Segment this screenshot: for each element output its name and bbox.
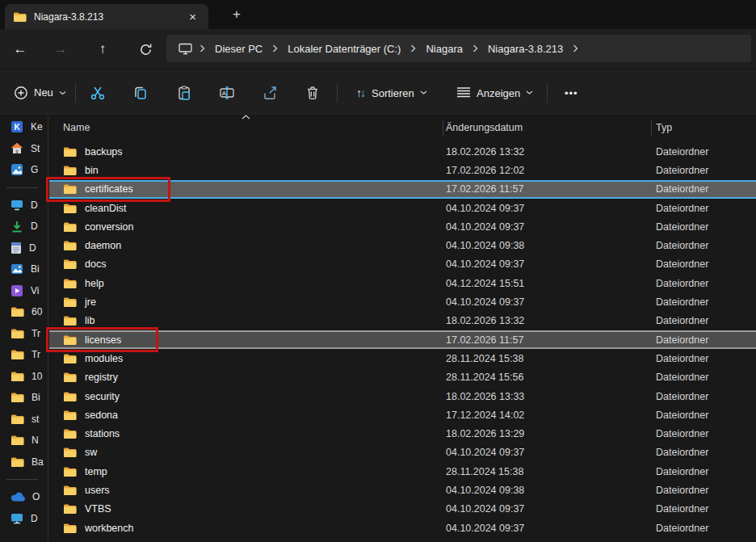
forward-button[interactable]: → [47,36,74,63]
file-row[interactable]: certificates 17.02.2026 11:57 Dateiordne… [49,180,756,199]
sidebar-item-label: Tr [32,328,40,339]
refresh-icon [139,43,153,57]
up-button[interactable]: ↑ [89,36,116,63]
file-row[interactable]: jre 04.10.2024 09:37 Dateiordner [49,292,756,311]
file-date: 04.10.2024 09:37 [446,258,656,270]
chevron-right-icon[interactable] [570,44,581,53]
file-row[interactable]: registry 28.11.2024 15:56 Dateiordner [49,368,756,387]
share-button[interactable] [256,79,284,107]
column-header-name[interactable]: Name [63,122,446,133]
refresh-button[interactable] [132,36,159,63]
file-date: 17.02.2026 11:57 [446,334,656,346]
sidebar-item[interactable]: D [0,195,48,216]
sidebar-item[interactable]: KKe [0,116,48,138]
file-row[interactable]: VTBS 04.10.2024 09:37 Dateiordner [49,500,756,519]
sidebar-item[interactable]: G [0,159,48,181]
file-row[interactable]: cleanDist 04.10.2024 09:37 Dateiordner [49,199,756,217]
breadcrumb-item[interactable]: Lokaler Datenträger (C:) [280,40,408,58]
file-name: certificates [85,183,133,195]
breadcrumb: Dieser PCLokaler Datenträger (C:)Niagara… [197,40,581,58]
file-name-cell: registry [63,372,446,383]
cut-icon [90,85,106,101]
file-row[interactable]: modules 28.11.2024 15:38 Dateiordner [49,349,756,368]
toolbar-separator [75,83,76,103]
file-date: 18.02.2026 13:32 [446,315,656,326]
sidebar-item[interactable]: st [0,409,48,431]
sidebar-item[interactable]: 60 [0,301,48,323]
folder-icon [63,372,77,383]
copy-button[interactable] [127,79,154,107]
folder-icon [10,414,24,425]
file-row[interactable]: backups 18.02.2026 13:32 Dateiordner [49,142,756,161]
column-header-date[interactable]: Änderungsdatum [446,122,656,133]
close-tab-icon[interactable]: × [185,9,200,24]
breadcrumb-item[interactable]: Niagara-3.8.213 [481,40,570,58]
trash-icon [304,85,321,101]
explorer-tab[interactable]: Niagara-3.8.213 × [5,4,208,29]
folder-icon [63,466,77,477]
back-button[interactable]: ← [6,36,34,63]
file-row[interactable]: docs 04.10.2024 09:37 Dateiordner [49,255,756,274]
file-name: conversion [85,221,133,233]
new-tab-button[interactable]: + [226,5,247,24]
file-name: lib [85,315,95,326]
address-bar[interactable]: Dieser PCLokaler Datenträger (C:)Niagara… [166,35,751,62]
toolbar-separator [547,83,548,103]
file-row[interactable]: sw 04.10.2024 09:37 Dateiordner [49,443,756,462]
breadcrumb-item[interactable]: Niagara [418,40,470,58]
view-lines-icon [456,87,471,99]
sidebar-item[interactable]: O [0,486,48,508]
file-row[interactable]: users 04.10.2024 09:38 Dateiordner [49,481,756,499]
file-row[interactable]: temp 28.11.2024 15:38 Dateiordner [49,462,756,481]
folder-icon [10,328,24,339]
sidebar-divider [6,187,38,188]
sort-button[interactable]: ↑↓ Sortieren [349,81,435,104]
file-row[interactable]: lib 18.02.2026 13:32 Dateiordner [49,312,756,330]
svg-text:K: K [14,123,20,132]
sort-ascending-caret-icon [242,115,250,120]
column-header-type[interactable]: Typ [656,122,756,133]
toolbar-separator [337,83,338,103]
file-name-cell: users [63,485,446,496]
file-type: Dateiordner [656,485,756,496]
file-name-cell: help [63,278,446,289]
folder-icon [63,334,77,346]
sidebar-item[interactable]: Tr [0,344,48,366]
file-row[interactable]: licenses 17.02.2026 11:57 Dateiordner [49,330,756,349]
column-separator[interactable] [651,120,652,137]
sidebar-item[interactable]: D [0,508,48,530]
file-row[interactable]: daemon 04.10.2024 09:38 Dateiordner [49,236,756,254]
rename-button[interactable]: A [213,79,241,107]
more-options-button[interactable]: ••• [557,81,586,104]
sidebar-item[interactable]: N [0,430,48,452]
file-row[interactable]: bin 17.02.2026 12:02 Dateiordner [49,161,756,179]
sidebar-item[interactable]: St [0,138,48,160]
sidebar-item[interactable]: 10 [0,366,48,388]
folder-icon [10,456,24,468]
sidebar-item-label: G [31,164,38,175]
sidebar-item[interactable]: Bi [0,258,48,280]
sidebar-item[interactable]: Ba [0,452,48,473]
column-separator[interactable] [443,120,443,137]
file-row[interactable]: stations 18.02.2026 13:29 Dateiordner [49,424,756,443]
file-row[interactable]: help 04.12.2024 15:51 Dateiordner [49,274,756,292]
file-type: Dateiordner [656,146,756,158]
folder-icon [10,306,24,317]
sidebar-item[interactable]: Vi [0,280,48,302]
file-row[interactable]: workbench 04.10.2024 09:37 Dateiordner [49,519,756,537]
sidebar-item[interactable]: Bi [0,387,48,409]
sidebar-item[interactable]: D [0,216,48,237]
file-row[interactable]: security 18.02.2026 13:33 Dateiordner [49,387,756,405]
file-row[interactable]: sedona 17.12.2024 14:02 Dateiordner [49,405,756,424]
paste-button[interactable] [170,79,198,107]
file-row[interactable]: conversion 04.10.2024 09:37 Dateiordner [49,217,756,236]
delete-button[interactable] [299,79,326,107]
view-button[interactable]: Anzeigen [449,81,540,104]
file-date: 17.02.2026 11:57 [446,183,656,195]
folder-icon [63,296,77,308]
breadcrumb-item[interactable]: Dieser PC [208,40,270,58]
cut-button[interactable] [84,79,111,107]
new-button[interactable]: Neu [6,80,74,106]
sidebar-item[interactable]: D [0,237,48,259]
sidebar-item[interactable]: Tr [0,323,48,345]
